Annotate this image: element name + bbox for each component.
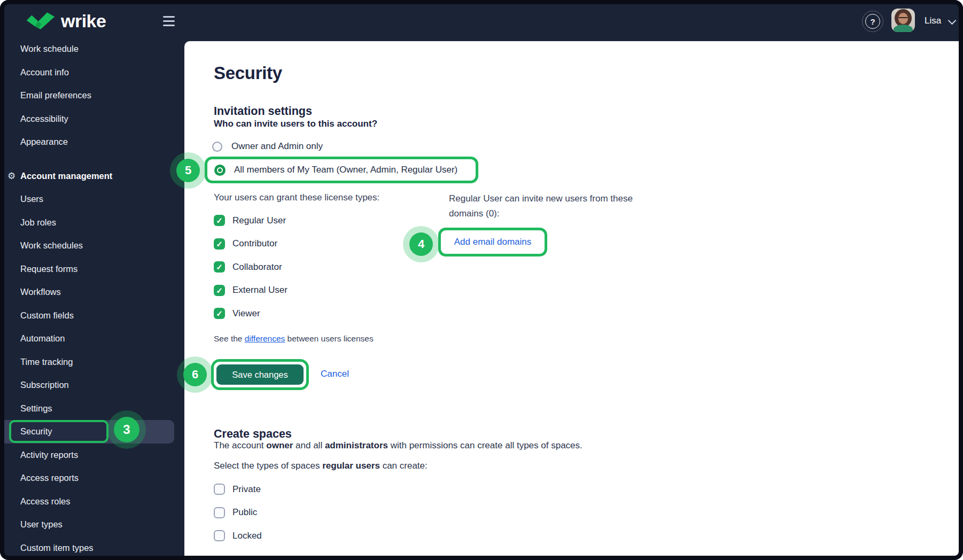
security-annotation-outline: Security: [9, 420, 108, 443]
checkbox-private[interactable]: Private: [214, 478, 262, 501]
sidebar-item-custom-fields[interactable]: Custom fields: [4, 304, 185, 328]
step-badge-4: 4: [409, 232, 433, 256]
sidebar-section-gap: [4, 154, 185, 165]
hamburger-menu-icon[interactable]: [163, 16, 175, 26]
checkbox-checked-icon[interactable]: [214, 261, 225, 273]
create-spaces-description: The account owner and all administrators…: [214, 439, 583, 452]
sidebar-item-subscription[interactable]: Subscription: [4, 374, 185, 397]
checkbox-contributor[interactable]: Contributor: [214, 232, 288, 256]
wrike-logo-icon: [26, 11, 56, 30]
step-badge-3: 3: [114, 417, 139, 442]
checkbox-regular-user[interactable]: Regular User: [214, 209, 288, 232]
wrike-wordmark: wrike: [61, 11, 106, 30]
step-badge-5: 5: [176, 159, 200, 182]
radio-selected-icon[interactable]: [214, 165, 226, 176]
sidebar: Work schedule Account info Email prefere…: [4, 37, 185, 559]
cancel-link[interactable]: Cancel: [321, 368, 349, 380]
question-mark-icon: ?: [865, 14, 880, 29]
avatar[interactable]: [891, 9, 915, 32]
sidebar-item-automation[interactable]: Automation: [4, 327, 185, 351]
licenses-label: Your users can grant these license types…: [214, 192, 379, 204]
sidebar-item-access-reports[interactable]: Access reports: [4, 466, 185, 490]
sidebar-item-user-types[interactable]: User types: [4, 513, 185, 536]
radio-owner-admin-only[interactable]: Owner and Admin only: [212, 141, 323, 152]
app-window: wrike ? Lisa Work schedule Account info …: [0, 0, 963, 560]
checkbox-locked[interactable]: Locked: [214, 524, 262, 548]
checkbox-checked-icon[interactable]: [214, 308, 225, 319]
sidebar-item-security[interactable]: Security 3: [4, 420, 174, 444]
checkbox-external-user[interactable]: External User: [214, 279, 288, 302]
sidebar-item-job-roles[interactable]: Job roles: [4, 211, 185, 235]
gear-icon: [7, 170, 15, 182]
help-icon[interactable]: ?: [862, 11, 883, 32]
create-spaces-heading: Create spaces: [214, 427, 292, 441]
differences-link[interactable]: differences: [245, 334, 285, 343]
add-email-domains-link[interactable]: Add email domains: [454, 236, 532, 248]
main-panel: Security Invitation settings Who can inv…: [184, 41, 959, 556]
sidebar-section-account-management[interactable]: Account management: [4, 165, 185, 188]
sidebar-item-email-preferences[interactable]: Email preferences: [4, 84, 185, 107]
checkbox-collaborator[interactable]: Collaborator: [214, 255, 288, 279]
sidebar-item-request-forms[interactable]: Request forms: [4, 258, 185, 281]
save-annotation-outline: Save changes: [211, 359, 309, 390]
sidebar-item-users[interactable]: Users: [4, 188, 185, 211]
radio-all-members[interactable]: All members of My Team (Owner, Admin, Re…: [205, 157, 478, 183]
license-checkbox-group: Regular User Contributor Collaborator Ex…: [214, 209, 288, 325]
invitation-settings-heading: Invitation settings: [214, 104, 312, 118]
checkbox-public[interactable]: Public: [214, 501, 262, 525]
wrike-logo[interactable]: wrike: [26, 11, 106, 30]
checkbox-checked-icon[interactable]: [214, 215, 225, 226]
sidebar-item-settings[interactable]: Settings: [4, 397, 185, 421]
page-title: Security: [214, 63, 282, 84]
user-menu[interactable]: Lisa: [925, 15, 941, 27]
step-badge-6: 6: [183, 363, 207, 386]
top-bar: wrike ? Lisa: [0, 0, 963, 41]
sidebar-item-work-schedules[interactable]: Work schedules: [4, 234, 185, 258]
sidebar-item-appearance[interactable]: Appearance: [4, 130, 185, 154]
create-spaces-select-line: Select the types of spaces regular users…: [214, 460, 428, 472]
chevron-down-icon[interactable]: [948, 17, 957, 25]
sidebar-item-account-info[interactable]: Account info: [4, 61, 185, 84]
checkbox-unchecked-icon[interactable]: [214, 530, 225, 541]
sidebar-item-activity-reports[interactable]: Activity reports: [4, 444, 185, 467]
save-changes-button[interactable]: Save changes: [216, 364, 304, 385]
radio-unselected-icon[interactable]: [212, 142, 222, 152]
invite-question: Who can invite users to this account?: [214, 118, 377, 130]
checkbox-checked-icon[interactable]: [214, 238, 225, 250]
domains-label: Regular User can invite new users from t…: [449, 191, 663, 221]
sidebar-item-workflows[interactable]: Workflows: [4, 281, 185, 304]
add-email-domains-annotation-outline: Add email domains: [438, 228, 547, 256]
checkbox-checked-icon[interactable]: [214, 285, 225, 296]
sidebar-item-time-tracking[interactable]: Time tracking: [4, 351, 185, 374]
checkbox-unchecked-icon[interactable]: [214, 507, 225, 518]
sidebar-item-custom-item-types[interactable]: Custom item types: [4, 536, 185, 560]
checkbox-viewer[interactable]: Viewer: [214, 302, 288, 325]
sidebar-item-accessibility[interactable]: Accessibility: [4, 107, 185, 131]
sidebar-item-access-roles[interactable]: Access roles: [4, 490, 185, 514]
space-type-checkbox-group: Private Public Locked: [214, 478, 262, 548]
checkbox-unchecked-icon[interactable]: [214, 484, 225, 495]
differences-note: See the differences between users licens…: [214, 333, 374, 344]
